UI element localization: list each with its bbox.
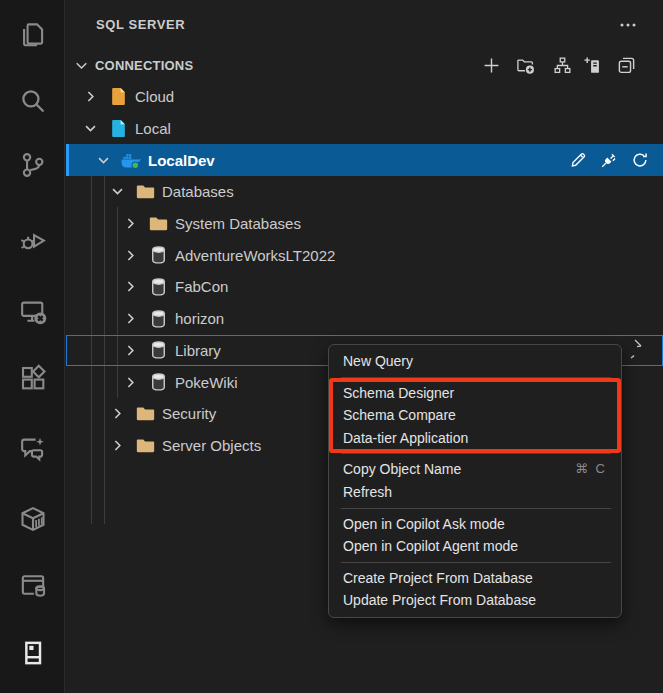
tree-item-label: FabCon [175,278,228,295]
tree-item-localdev[interactable]: LocalDev [66,144,663,176]
extensions-icon[interactable] [17,362,49,394]
chevron-icon[interactable] [122,215,139,232]
menu-item-label: Data-tier Application [343,427,607,450]
menu-item-update-project-from-database[interactable]: Update Project From Database [329,589,621,612]
menu-separator [341,508,611,509]
database-icon [148,372,168,392]
server-group-icon[interactable] [553,56,572,75]
chevron-icon[interactable] [109,437,126,454]
database-icon [148,309,168,329]
vscode-window: SQL SERVER CONNECTIONS Cloud [0,0,663,693]
folder-icon [148,214,168,234]
menu-item-label: Update Project From Database [343,589,607,612]
explorer-icon[interactable] [17,18,49,50]
chevron-icon[interactable] [122,247,139,264]
chevron-down-icon[interactable] [73,57,90,74]
tree-item-local[interactable]: Local [66,113,663,145]
inline-actions [569,144,649,176]
chevron-icon[interactable] [122,310,139,327]
tree-item-adventureworkslt2022[interactable]: AdventureWorksLT2022 [66,239,663,271]
search-icon[interactable] [17,85,49,117]
menu-item-label: Refresh [343,481,607,504]
menu-item-create-project-from-database[interactable]: Create Project From Database [329,567,621,590]
tree-item-system-databases[interactable]: System Databases [66,208,663,240]
menu-item-refresh[interactable]: Refresh [329,481,621,504]
activity-bar [0,0,65,693]
chevron-icon[interactable] [109,183,126,200]
menu-item-open-in-copilot-agent-mode[interactable]: Open in Copilot Agent mode [329,535,621,558]
chevron-icon[interactable] [122,374,139,391]
tree-item-label: Security [162,405,216,422]
tree-item-horizon[interactable]: horizon [66,303,663,335]
refresh-icon[interactable] [631,151,649,169]
more-actions-icon[interactable] [616,13,640,37]
menu-item-copy-object-name[interactable]: Copy Object Name⌘ C [329,458,621,481]
add-connection-icon[interactable] [482,56,501,75]
menu-item-open-in-copilot-ask-mode[interactable]: Open in Copilot Ask mode [329,513,621,536]
menu-item-label: Open in Copilot Ask mode [343,513,607,536]
run-and-debug-icon[interactable] [17,225,49,257]
menu-item-label: Schema Designer [343,382,607,405]
menu-item-label: Create Project From Database [343,567,607,590]
connections-section-label: CONNECTIONS [95,58,193,73]
partial-action-icon [628,338,646,366]
remote-explorer-icon[interactable] [17,295,49,327]
folder-icon [135,182,155,202]
tree-item-label: Databases [162,183,234,200]
tree-item-label: PokeWiki [175,374,238,391]
menu-item-label: Copy Object Name [343,458,575,481]
folder-icon [135,435,155,455]
menu-shortcut: ⌘ C [575,458,607,481]
collapse-all-icon[interactable] [617,56,636,75]
menu-item-label: New Query [343,350,607,373]
chevron-icon[interactable] [122,342,139,359]
group-cyan-icon [108,119,128,139]
context-menu: New QuerySchema DesignerSchema CompareDa… [328,344,622,618]
docker-icon [121,150,141,170]
menu-separator [341,562,611,563]
tree-item-label: System Databases [175,215,301,232]
tree-item-label: AdventureWorksLT2022 [175,247,335,264]
copilot-chat-icon[interactable] [17,432,49,464]
group-orange-icon [108,87,128,107]
folder-icon [135,404,155,424]
edit-connection-icon[interactable] [569,151,587,169]
new-deployment-icon[interactable] [583,56,602,75]
tree-item-label: Server Objects [162,437,261,454]
menu-item-data-tier-application[interactable]: Data-tier Application [329,427,621,450]
database-icon [148,277,168,297]
tree-item-fabcon[interactable]: FabCon [66,271,663,303]
menu-separator [341,377,611,378]
connections-section-header[interactable]: CONNECTIONS [66,50,663,81]
sql-server-icon[interactable] [17,637,49,669]
database-icon [148,340,168,360]
tree-item-label: Library [175,342,221,359]
tree-item-databases[interactable]: Databases [66,176,663,208]
pane-title: SQL SERVER [96,17,185,32]
tree-item-label: Local [135,120,171,137]
tree-item-cloud[interactable]: Cloud [66,81,663,113]
chevron-icon[interactable] [82,120,99,137]
new-connection-group-icon[interactable] [516,56,535,75]
menu-item-label: Schema Compare [343,404,607,427]
disconnect-icon[interactable] [600,151,618,169]
pane-title-bar: SQL SERVER [66,0,663,50]
chevron-icon[interactable] [95,152,112,169]
tree-item-label: Cloud [135,88,174,105]
chevron-icon[interactable] [82,88,99,105]
menu-item-schema-designer[interactable]: Schema Designer [329,382,621,405]
chevron-icon[interactable] [109,405,126,422]
menu-item-new-query[interactable]: New Query [329,350,621,373]
menu-item-schema-compare[interactable]: Schema Compare [329,404,621,427]
tree-item-label: LocalDev [148,152,215,169]
chevron-icon[interactable] [122,278,139,295]
source-control-icon[interactable] [17,149,49,181]
containers-icon[interactable] [17,503,49,535]
database-projects-icon[interactable] [17,569,49,601]
menu-item-label: Open in Copilot Agent mode [343,535,607,558]
menu-separator [341,453,611,454]
tree-item-label: horizon [175,310,224,327]
database-icon [148,245,168,265]
